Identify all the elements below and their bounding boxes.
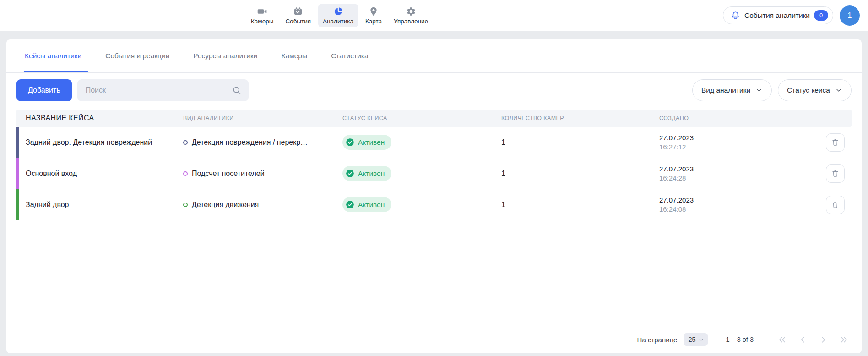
next-page-button[interactable]: [819, 335, 828, 345]
page-range-label: 1 – 3 of 3: [726, 336, 754, 343]
case-status-cell: Активен: [342, 197, 501, 212]
status-badge: Активен: [342, 166, 391, 181]
tab-analytics-resources[interactable]: Ресурсы аналитики: [193, 39, 257, 72]
trash-icon: [831, 169, 840, 178]
chevron-down-icon: [835, 87, 842, 94]
table-row[interactable]: Основной вход Подсчет посетителей Активе…: [16, 158, 852, 189]
chevron-down-icon: [698, 337, 704, 343]
nav-label: События: [285, 18, 311, 25]
topbar: Камеры События Аналитика Карта Управлени…: [0, 0, 868, 31]
status-badge: Активен: [342, 135, 391, 150]
add-button[interactable]: Добавить: [16, 79, 72, 101]
nav-label: Аналитика: [323, 18, 353, 25]
per-page-label: На странице: [637, 336, 678, 344]
case-color-bar: [16, 127, 19, 158]
topbar-right: События аналитики 0 1: [723, 5, 860, 26]
created-date: 27.07.2023: [659, 196, 826, 205]
trash-icon: [831, 200, 840, 209]
table-row[interactable]: Задний двор Детекция движения Активен 1 …: [16, 189, 852, 220]
camera-count: 1: [501, 201, 659, 209]
created-time: 16:27:12: [659, 142, 826, 152]
analytics-type-label: Детекция повреждения / перекр…: [192, 138, 308, 147]
analytics-icon: [333, 6, 343, 16]
analytics-type-dot-icon: [183, 203, 188, 207]
tab-statistics[interactable]: Статистика: [331, 39, 368, 72]
per-page-select[interactable]: 25: [684, 333, 707, 346]
toolbar: Добавить Вид аналитики Статус кейса: [6, 73, 862, 101]
nav-item-analytics[interactable]: Аналитика: [318, 4, 358, 27]
created-date: 27.07.2023: [659, 133, 826, 142]
section-tabs: Кейсы аналитики События и реакции Ресурс…: [6, 39, 862, 73]
analytics-type-cell: Детекция движения: [183, 201, 342, 209]
check-circle-icon: [345, 200, 355, 209]
nav-label: Камеры: [251, 18, 273, 25]
analytics-type-cell: Подсчет посетителей: [183, 170, 342, 178]
created-date: 27.07.2023: [659, 164, 826, 174]
search-icon: [232, 85, 242, 97]
case-name: Задний двор. Детекция повреждений: [16, 138, 183, 147]
analytics-type-filter[interactable]: Вид аналитики: [692, 79, 772, 101]
camera-icon: [257, 6, 267, 16]
case-status-filter[interactable]: Статус кейса: [778, 79, 852, 101]
nav-item-map[interactable]: Карта: [361, 4, 386, 27]
created-cell: 27.07.2023 16:24:28: [659, 164, 826, 183]
pager-controls: [777, 335, 849, 345]
cases-table: Название кейса Вид аналитики Статус кейс…: [6, 110, 862, 220]
delete-case-button[interactable]: [826, 164, 845, 183]
analytics-type-dot-icon: [183, 171, 188, 176]
created-cell: 27.07.2023 16:27:12: [659, 133, 826, 152]
delete-case-button[interactable]: [826, 196, 845, 214]
next-page-icon: [819, 335, 828, 345]
created-time: 16:24:28: [659, 174, 826, 183]
header-analytics-type: Вид аналитики: [183, 115, 342, 121]
camera-count: 1: [501, 138, 659, 147]
nav-item-management[interactable]: Управление: [389, 4, 433, 27]
pagination: На странице 25 1 – 3 of 3: [6, 333, 862, 353]
last-page-button[interactable]: [839, 335, 849, 345]
analytics-type-label: Подсчет посетителей: [192, 170, 265, 178]
nav-item-cameras[interactable]: Камеры: [246, 4, 278, 27]
table-header-row: Название кейса Вид аналитики Статус кейс…: [16, 110, 852, 127]
chevron-down-icon: [755, 87, 763, 94]
analytics-type-label: Детекция движения: [192, 201, 259, 209]
case-name: Задний двор: [16, 201, 183, 209]
first-page-button[interactable]: [777, 335, 787, 345]
header-camera-count: Количество камер: [501, 115, 659, 121]
prev-page-button[interactable]: [798, 335, 808, 345]
analytics-type-cell: Детекция повреждения / перекр…: [183, 138, 342, 147]
case-name: Основной вход: [16, 170, 183, 178]
nav-label: Управление: [394, 18, 428, 25]
events-count-badge: 0: [814, 10, 828, 21]
table-row[interactable]: Задний двор. Детекция повреждений Детекц…: [16, 127, 852, 158]
settings-icon: [406, 6, 416, 16]
tab-analytics-cases[interactable]: Кейсы аналитики: [25, 39, 81, 72]
created-cell: 27.07.2023 16:24:08: [659, 196, 826, 214]
first-page-icon: [777, 335, 787, 345]
last-page-icon: [839, 335, 849, 345]
tab-cameras[interactable]: Камеры: [281, 39, 307, 72]
search-input[interactable]: [77, 79, 249, 101]
filters: Вид аналитики Статус кейса: [692, 79, 852, 101]
case-status-cell: Активен: [342, 166, 501, 181]
case-color-bar: [16, 189, 19, 220]
analytics-events-button[interactable]: События аналитики 0: [723, 6, 833, 24]
case-status-cell: Активен: [342, 135, 501, 150]
filter-label: Статус кейса: [787, 86, 830, 94]
analytics-type-dot-icon: [183, 140, 188, 145]
events-button-label: События аналитики: [744, 11, 810, 20]
events-icon: [293, 6, 303, 16]
trash-icon: [831, 138, 840, 147]
filter-label: Вид аналитики: [701, 86, 750, 94]
nav-item-events[interactable]: События: [281, 4, 315, 27]
avatar[interactable]: 1: [840, 5, 860, 26]
map-icon: [369, 6, 379, 16]
prev-page-icon: [798, 335, 808, 345]
nav-label: Карта: [365, 18, 382, 25]
created-time: 16:24:08: [659, 205, 826, 214]
tab-events-reactions[interactable]: События и реакции: [105, 39, 169, 72]
search-field: [77, 79, 249, 101]
delete-case-button[interactable]: [826, 133, 845, 152]
main-nav: Камеры События Аналитика Карта Управлени…: [246, 0, 433, 31]
check-circle-icon: [345, 137, 355, 147]
header-case-name: Название кейса: [16, 114, 183, 122]
